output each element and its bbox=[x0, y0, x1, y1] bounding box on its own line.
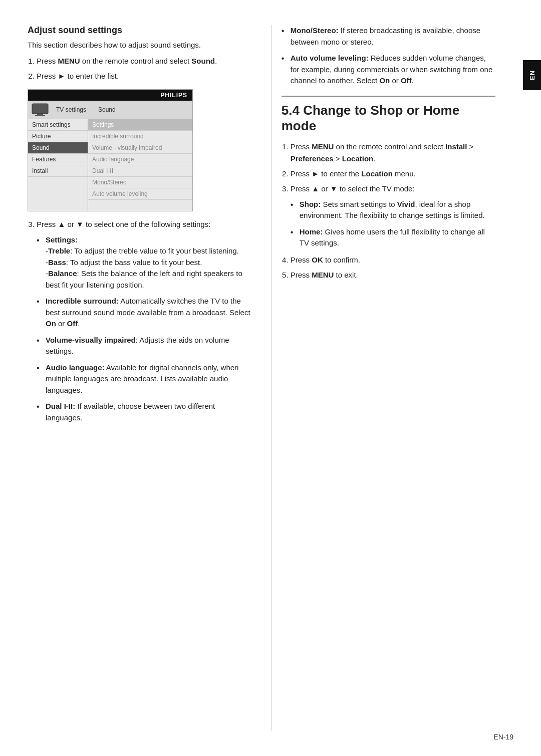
tv-left-install: Install bbox=[28, 165, 88, 177]
top-bullet-list: Mono/Stereo: If stereo broadcasting is a… bbox=[282, 25, 495, 87]
step-2: Press ► to enter the list. bbox=[37, 70, 251, 82]
tv-right-mono: Mono/Stereo bbox=[88, 177, 192, 188]
tv-right-incredible: Incredible surround bbox=[88, 131, 192, 142]
bullet-auto-vol: Auto volume leveling: Reduces sudden vol… bbox=[282, 53, 495, 87]
step-3: Press ▲ or ▼ to select one of the follow… bbox=[37, 218, 251, 424]
tv-icon-area: TV settings Sound bbox=[28, 101, 192, 119]
tv-screenshot: PHILIPS TV settings Sound bbox=[28, 89, 193, 211]
dual-label: Dual I-II: bbox=[46, 402, 75, 410]
chapter-number: 5.4 bbox=[282, 103, 300, 118]
side-tab: EN bbox=[523, 60, 541, 90]
tv-monitor-icon bbox=[31, 103, 49, 117]
settings-bullet-list: Settings: -Treble: To adjust the treble … bbox=[37, 234, 251, 424]
auto-vol-label: Auto volume leveling: bbox=[291, 54, 369, 62]
tv-left-empty2 bbox=[28, 188, 88, 199]
svg-rect-2 bbox=[35, 115, 45, 116]
tv-left-empty1 bbox=[28, 177, 88, 188]
bullet-volume-impaired: Volume-visually impaired: Adjusts the ai… bbox=[37, 335, 251, 357]
tv-left-picture: Picture bbox=[28, 131, 88, 142]
step3-list: Press ▲ or ▼ to select one of the follow… bbox=[37, 218, 251, 424]
step1-menu-bold: MENU bbox=[58, 57, 80, 65]
bass-text: -Bass: To adjust the bass value to fit y… bbox=[46, 258, 202, 267]
shop-step-4: Press OK to confirm. bbox=[291, 254, 495, 266]
tv-right-auto-vol: Auto volume leveling bbox=[88, 188, 192, 200]
tv-right-menu: Settings Incredible surround Volume - vi… bbox=[88, 119, 192, 211]
step1-sound-bold: Sound bbox=[191, 57, 215, 65]
shop-step-5: Press MENU to exit. bbox=[291, 269, 495, 281]
tv-left-sound: Sound bbox=[28, 142, 88, 154]
settings-label: Settings: bbox=[46, 235, 78, 244]
bullet-shop: Shop: Sets smart settings to Vivid, idea… bbox=[291, 199, 495, 221]
tv-left-menu: Smart settings Picture Sound Features In… bbox=[28, 119, 88, 211]
shop-step-1: Press MENU on the remote control and sel… bbox=[291, 141, 495, 165]
incredible-label: Incredible surround: bbox=[46, 297, 119, 305]
section-title: Adjust sound settings bbox=[28, 25, 251, 36]
bullet-home: Home: Gives home users the full flexibil… bbox=[291, 226, 495, 249]
tv-brand-bar: PHILIPS bbox=[28, 90, 192, 101]
svg-rect-0 bbox=[32, 104, 48, 114]
tv-left-features: Features bbox=[28, 154, 88, 165]
side-tab-label: EN bbox=[528, 70, 536, 80]
right-column: Mono/Stereo: If stereo broadcasting is a… bbox=[272, 25, 495, 731]
section-divider bbox=[282, 96, 495, 97]
shop-step-3: Press ▲ or ▼ to select the TV mode: Shop… bbox=[291, 183, 495, 249]
tv-body: Smart settings Picture Sound Features In… bbox=[28, 119, 192, 211]
tv-header-left: TV settings bbox=[52, 104, 94, 115]
tv-right-settings: Settings bbox=[88, 119, 192, 131]
tv-right-dual: Dual I-II bbox=[88, 165, 192, 177]
bullet-audio-lang: Audio language: Available for digital ch… bbox=[37, 362, 251, 396]
treble-text: -Treble: To adjust the treble value to f… bbox=[46, 246, 239, 255]
steps-list: Press MENU on the remote control and sel… bbox=[37, 55, 251, 82]
tv-right-volume-impaired: Volume - visually impaired bbox=[88, 142, 192, 154]
intro-text: This section describes how to adjust sou… bbox=[28, 40, 251, 51]
tv-header-right: Sound bbox=[94, 104, 192, 115]
bullet-settings: Settings: -Treble: To adjust the treble … bbox=[37, 234, 251, 291]
shop-step-2: Press ► to enter the Location menu. bbox=[291, 168, 495, 180]
step3-intro: Press ▲ or ▼ to select one of the follow… bbox=[37, 220, 210, 228]
mode-bullet-list: Shop: Sets smart settings to Vivid, idea… bbox=[291, 199, 495, 249]
step-1: Press MENU on the remote control and sel… bbox=[37, 55, 251, 67]
chapter-heading: 5.4 Change to Shop or Home mode bbox=[282, 103, 495, 134]
svg-rect-1 bbox=[37, 114, 43, 115]
page-number: EN-19 bbox=[493, 733, 513, 741]
bullet-dual: Dual I-II: If available, choose between … bbox=[37, 401, 251, 423]
volume-impaired-label: Volume-visually impaired bbox=[46, 336, 136, 344]
balance-text: -Balance: Sets the balance of the left a… bbox=[46, 269, 242, 289]
left-column: Adjust sound settings This section descr… bbox=[28, 25, 271, 731]
shop-home-steps: Press MENU on the remote control and sel… bbox=[291, 141, 495, 281]
tv-left-smart-settings: Smart settings bbox=[28, 119, 88, 131]
bullet-mono-stereo: Mono/Stereo: If stereo broadcasting is a… bbox=[282, 25, 495, 48]
mono-stereo-label: Mono/Stereo: bbox=[291, 26, 339, 35]
tv-right-empty1 bbox=[88, 200, 192, 211]
chapter-title: Change to Shop or Home mode bbox=[282, 103, 459, 133]
audio-lang-label: Audio language: bbox=[46, 363, 105, 372]
tv-brand-label: PHILIPS bbox=[160, 92, 187, 99]
tv-right-audio-lang: Audio language bbox=[88, 154, 192, 165]
bullet-incredible: Incredible surround: Automatically switc… bbox=[37, 296, 251, 330]
